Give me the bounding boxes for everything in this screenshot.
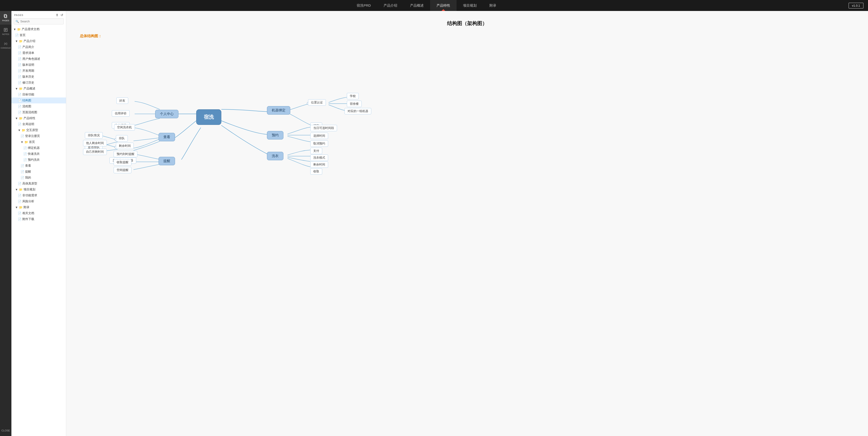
nav-item-project-plan[interactable]: 项目规划 — [457, 0, 483, 11]
node-collect-remind: 收取提醒 — [114, 159, 131, 166]
tree-folder-product-overview[interactable]: ▼ 📁 产品概述 — [11, 86, 66, 91]
tree-folder-homepage[interactable]: ▼ 📁 首页 — [11, 139, 66, 145]
version-badge: v1.0.1 — [848, 3, 863, 8]
tree-page-page-flowchart[interactable]: 📄 页面流程图 — [11, 109, 66, 115]
node-friends: 好友 — [116, 97, 128, 104]
folder-icon: 📁 — [17, 28, 21, 31]
nav-item-brand[interactable]: 宿洗PRD — [350, 0, 377, 11]
search-input[interactable] — [14, 18, 64, 24]
tree-page-user-roles[interactable]: 📄 用户角色描述 — [11, 56, 66, 62]
nav-items: 宿洗PRD 产品介绍 产品概述 产品特性 项目规划 附录 — [5, 0, 848, 11]
node-school: 学校 — [347, 93, 359, 99]
pages-icon — [3, 14, 8, 19]
search-box: 🔍 — [14, 18, 64, 24]
tree-page-mine[interactable]: 📄 我的 — [11, 175, 66, 180]
tree-folder-product-features[interactable]: ▼ 📁 产品特性 — [11, 115, 66, 121]
add-page-button[interactable]: ↺ — [60, 13, 63, 17]
node-wash-mode: 洗衣模式 — [310, 154, 328, 161]
tree-page-edit-history[interactable]: 📄 修订历史 — [11, 80, 66, 86]
tree-page-risk-analysis[interactable]: 📄 风险分析 — [11, 198, 66, 204]
page-icon: 📄 — [23, 152, 27, 156]
svg-text:(x): (x) — [4, 42, 7, 45]
tree-page-reminder[interactable]: 📄 提醒 — [11, 169, 66, 175]
page-icon: 📄 — [18, 69, 22, 72]
page-icon: 📄 — [18, 81, 22, 84]
tree-page-home[interactable]: 📄 首页 — [11, 32, 66, 38]
folder-icon: 📁 — [19, 188, 23, 191]
node-washing: 洗衣 — [267, 152, 283, 160]
folder-icon: 📁 — [22, 128, 25, 132]
tree-page-quick-wash[interactable]: 📄 快速洗衣 — [11, 151, 66, 157]
sidebar-item-notes[interactable]: NOTES — [0, 25, 11, 38]
node-own-time: 自己所剩时间 — [83, 149, 107, 155]
tree-page-product-brief[interactable]: 📄 产品简介 — [11, 44, 66, 50]
tree-folder-appendix[interactable]: ▼ 📁 附录 — [11, 204, 66, 210]
section-label: 总体结构图： — [80, 34, 854, 38]
tree-page-version-history[interactable]: 📄 版本历史 — [11, 74, 66, 80]
tree-page-non-functional[interactable]: 📄 非功能需求 — [11, 193, 66, 198]
page-icon: 📄 — [18, 75, 22, 79]
page-title: 结构图（架构图） — [80, 20, 854, 27]
tree-folder-interaction[interactable]: ▼ 📁 交互原型 — [11, 127, 66, 133]
tree-page-global-notes[interactable]: 📄 全局说明 — [11, 121, 66, 127]
sidebar-item-console[interactable]: (x) CONSOLE — [0, 38, 11, 52]
mindmap-container: 宿洗 个人中心 好友 信用评价 洗衣记录 机器绑定 位置认证 学校 宿舍楼 对应… — [80, 43, 854, 203]
node-center: 宿洗 — [196, 109, 221, 125]
node-machine-binding: 机器绑定 — [267, 106, 290, 115]
tree-folder-product-intro[interactable]: ▼ 📁 产品介绍 — [11, 38, 66, 44]
page-icon: 📄 — [21, 135, 24, 138]
node-payment: 支付 — [310, 148, 322, 154]
tree-page-dev-cycle[interactable]: 📄 开发周期 — [11, 68, 66, 74]
pages-panel: PAGES ⬆ ↺ 🔍 ▼ 📁 产品需求文档 📄 首页 — [11, 11, 66, 436]
tree-page-target-functions[interactable]: 📄 目标功能 — [11, 91, 66, 97]
node-wash-remaining: 剩余时间 — [310, 162, 328, 168]
top-navigation: 宿洗PRD 产品介绍 产品概述 产品特性 项目规划 附录 v1.0.1 — [0, 0, 868, 11]
folder-icon: 📁 — [19, 117, 23, 120]
tree-page-hifi-prototype[interactable]: 📄 高保真原型 — [11, 180, 66, 186]
node-idle-remind: 空闲提醒 — [114, 167, 131, 173]
tree-folder-product-docs[interactable]: ▼ 📁 产品需求文档 — [11, 26, 66, 32]
nav-item-product-overview[interactable]: 产品概述 — [404, 0, 430, 11]
node-cancel-appointment: 取消预约 — [310, 140, 328, 147]
node-select-time: 选择时间 — [310, 133, 328, 139]
tree-page-flowchart[interactable]: 📄 流程图 — [11, 104, 66, 109]
folder-expand-icon: ▼ — [15, 188, 18, 191]
tree-page-login[interactable]: 📄 登录注册页 — [11, 133, 66, 139]
node-location-auth: 位置认证 — [308, 99, 326, 106]
notes-icon — [3, 28, 8, 32]
node-appointment: 预约 — [267, 131, 283, 140]
node-personal-center: 个人中心 — [155, 110, 179, 118]
folder-expand-icon: ▼ — [15, 206, 18, 209]
tree-page-attachments[interactable]: 📄 附件下载 — [11, 216, 66, 222]
tree-folder-project-plan[interactable]: ▼ 📁 项目规划 — [11, 186, 66, 193]
node-others-time: 他人剩余时间 — [83, 140, 107, 146]
folder-icon: 📁 — [19, 39, 23, 43]
node-queue: 排队 — [116, 135, 128, 142]
sidebar-item-pages[interactable]: PAGES — [0, 11, 11, 25]
node-queue-status: 排队情况 — [85, 132, 103, 139]
page-icon: 📄 — [21, 176, 24, 179]
page-icon: 📄 — [18, 200, 22, 203]
close-button[interactable]: CLOSE — [0, 427, 12, 434]
export-page-button[interactable]: ⬆ — [56, 13, 59, 17]
node-idle-machine: 空闲洗衣机 — [114, 124, 135, 130]
tree-page-book-wash[interactable]: 📄 预约洗衣 — [11, 157, 66, 163]
nav-item-product-intro[interactable]: 产品介绍 — [377, 0, 404, 11]
tree-page-bind-machine[interactable]: 📄 绑定机器 — [11, 145, 66, 151]
folder-expand-icon: ▼ — [13, 28, 16, 31]
body-area: PAGES NOTES (x) CONSOLE CLOSE PAGES — [0, 11, 868, 436]
tree-page-requirements[interactable]: 📄 需求清单 — [11, 50, 66, 56]
tree-page-version-notes[interactable]: 📄 版本说明 — [11, 62, 66, 68]
tree-page-structure[interactable]: 📄 结构图 — [11, 97, 66, 104]
page-icon: 📄 — [18, 63, 22, 67]
nav-item-product-features[interactable]: 产品特性 — [430, 0, 457, 11]
tree-page-view[interactable]: 📄 查看 — [11, 163, 66, 169]
page-icon: 📄 — [23, 158, 27, 162]
page-icon: 📄 — [18, 212, 22, 215]
folder-expand-icon: ▼ — [18, 128, 21, 132]
tree-page-related-docs[interactable]: 📄 相关文档 — [11, 210, 66, 216]
nav-item-appendix[interactable]: 附录 — [483, 0, 503, 11]
folder-expand-icon: ▼ — [21, 140, 24, 144]
node-view: 查看 — [159, 133, 175, 141]
tree-area: ▼ 📁 产品需求文档 📄 首页 ▼ 📁 产品介绍 📄 产品简介 — [11, 26, 66, 436]
